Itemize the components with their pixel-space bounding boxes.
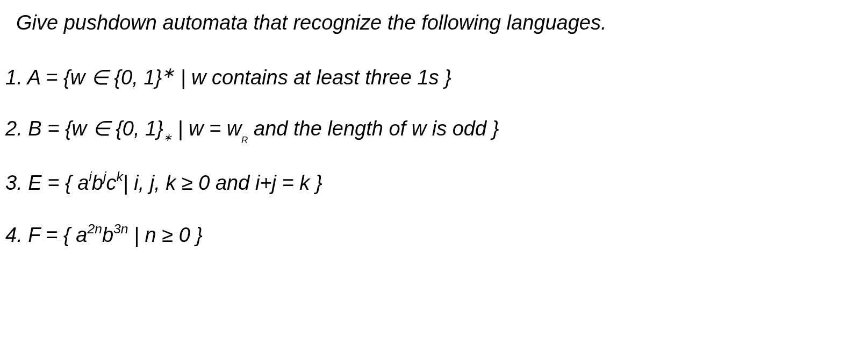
kleene-star: ∗ xyxy=(162,64,175,81)
bar-eq: | w = w xyxy=(172,117,241,140)
c-symbol: c xyxy=(106,172,116,194)
problem-number: 2. xyxy=(5,117,28,140)
set-label: A = {w xyxy=(27,66,91,88)
problem-4: 4. F = { a2nb3n | n ≥ 0 } xyxy=(5,222,863,247)
b-symbol: b xyxy=(102,224,113,246)
problem-number: 4. xyxy=(5,224,28,246)
condition: | i, j, k ≥ 0 and i+j = k } xyxy=(123,172,322,194)
condition: and the length of w is odd } xyxy=(248,117,499,140)
intro-text: Give pushdown automata that recognize th… xyxy=(16,11,863,35)
condition: | n ≥ 0 } xyxy=(128,224,203,246)
exp-i: i xyxy=(89,169,92,184)
problem-1: 1. A = {w ∈ {0, 1}∗ | w contains at leas… xyxy=(5,62,863,90)
problem-number: 1. xyxy=(5,66,27,88)
reverse-subscript: R xyxy=(241,135,248,145)
set-label: B = {w xyxy=(28,117,92,140)
exp-3n: 3n xyxy=(113,221,128,236)
exp-2n: 2n xyxy=(87,221,102,236)
element-of: ∈ xyxy=(92,117,110,140)
kleene-star-small: ∗ xyxy=(163,132,172,143)
problem-number: 3. xyxy=(5,172,28,194)
set-label: F = { a xyxy=(28,224,87,246)
exp-j: j xyxy=(103,169,106,184)
alphabet: {0, 1} xyxy=(109,66,162,88)
b-symbol: b xyxy=(92,172,103,194)
condition: | w contains at least three 1s } xyxy=(175,66,451,88)
exp-k: k xyxy=(116,169,123,184)
set-label: E = { a xyxy=(28,172,89,194)
element-of: ∈ xyxy=(91,66,109,88)
alphabet: {0, 1} xyxy=(110,117,163,140)
problem-3: 3. E = { aibjck| i, j, k ≥ 0 and i+j = k… xyxy=(5,170,863,195)
problem-2: 2. B = {w ∈ {0, 1}∗ | w = wR and the len… xyxy=(5,117,863,143)
